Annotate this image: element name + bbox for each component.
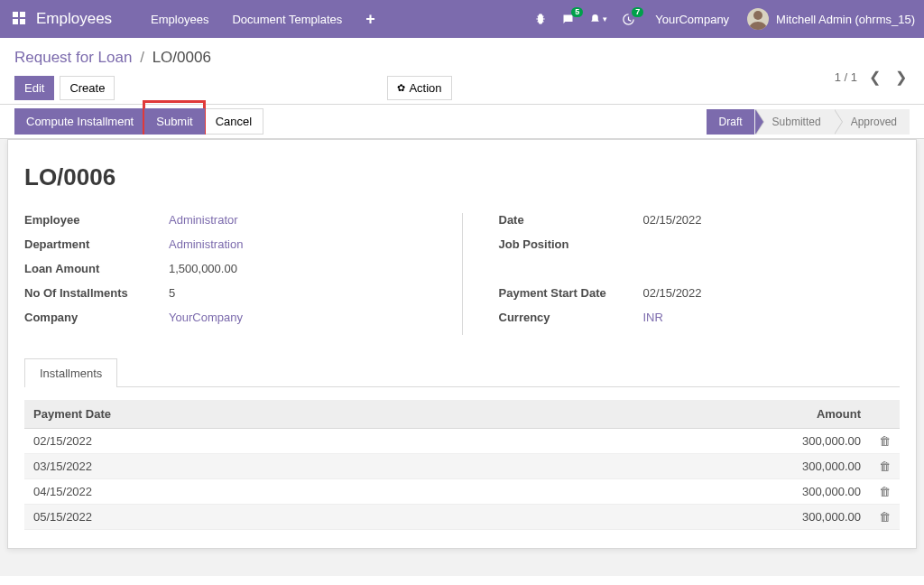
table-row[interactable]: 02/15/2022300,000.00🗑: [24, 429, 900, 454]
messages-icon[interactable]: 5: [561, 13, 575, 26]
user-name: Mitchell Admin (ohrms_15): [776, 13, 915, 26]
record-title: LO/0006: [24, 163, 900, 191]
field-col-right: Date02/15/2022Job Position Payment Start…: [499, 213, 901, 335]
nav-link-document-templates[interactable]: Document Templates: [232, 13, 342, 26]
breadcrumb: Request for Loan / LO/0006: [14, 49, 452, 67]
field-label: Department: [24, 237, 169, 251]
app-name[interactable]: Employees: [36, 10, 112, 28]
trash-icon[interactable]: 🗑: [879, 434, 891, 448]
field-value: 02/15/2022: [643, 286, 702, 300]
field-value: 1,500,000.00: [169, 262, 237, 275]
pager: 1 / 1 ❮ ❯: [835, 69, 910, 86]
field-value[interactable]: Administrator: [169, 213, 238, 227]
cell-payment-date: 04/15/2022: [24, 479, 494, 505]
table-row[interactable]: 03/15/2022300,000.00🗑: [24, 454, 900, 479]
clock-icon[interactable]: 7: [622, 13, 635, 26]
field-value[interactable]: Administration: [169, 237, 243, 251]
trash-icon[interactable]: 🗑: [879, 460, 891, 473]
status-step-approved[interactable]: Approved: [833, 109, 910, 135]
status-bar: Draft Submitted Approved: [707, 109, 910, 135]
submit-button[interactable]: Submit: [144, 108, 204, 135]
status-step-submitted[interactable]: Submitted: [754, 109, 834, 135]
edit-button[interactable]: Edit: [14, 76, 54, 100]
installments-table: Payment Date Amount 02/15/2022300,000.00…: [24, 400, 900, 530]
cell-amount: 300,000.00: [494, 454, 870, 479]
field-label: Job Position: [499, 237, 643, 251]
control-bar: Request for Loan / LO/0006 Edit Create ✿…: [0, 38, 924, 100]
field-value[interactable]: YourCompany: [169, 311, 243, 324]
company-name[interactable]: YourCompany: [655, 13, 729, 26]
create-button[interactable]: Create: [60, 76, 115, 100]
field-label: Currency: [499, 311, 643, 324]
breadcrumb-parent[interactable]: Request for Loan: [14, 49, 132, 66]
cell-amount: 300,000.00: [494, 429, 870, 454]
tab-strip: Installments: [24, 358, 900, 387]
cell-amount: 300,000.00: [494, 479, 870, 505]
field-label: Loan Amount: [24, 262, 169, 275]
bug-icon[interactable]: [534, 13, 547, 25]
cell-payment-date: 02/15/2022: [24, 429, 494, 454]
bell-icon[interactable]: ▾: [589, 14, 607, 25]
compute-installment-button[interactable]: Compute Installment: [14, 108, 145, 135]
field-label: No Of Installments: [24, 286, 169, 300]
field-value: 5: [169, 286, 175, 300]
cell-amount: 300,000.00: [494, 505, 870, 530]
field-label: Employee: [24, 213, 169, 227]
action-bar: Compute Installment Submit Cancel Draft …: [0, 104, 924, 139]
avatar: [747, 8, 769, 30]
trash-icon[interactable]: 🗑: [879, 510, 891, 524]
breadcrumb-current: LO/0006: [152, 49, 211, 66]
gear-icon: ✿: [397, 82, 405, 94]
app-switcher-icon[interactable]: [13, 12, 27, 26]
table-row[interactable]: 05/15/2022300,000.00🗑: [24, 505, 900, 530]
clock-badge: 7: [632, 7, 643, 17]
pager-next-icon[interactable]: ❯: [892, 69, 910, 86]
field-label: Company: [24, 311, 169, 324]
svg-point-0: [753, 11, 762, 20]
pager-text: 1 / 1: [835, 70, 857, 84]
tab-installments[interactable]: Installments: [24, 358, 117, 387]
status-step-draft[interactable]: Draft: [707, 109, 755, 135]
field-value[interactable]: INR: [643, 311, 663, 324]
nav-add-icon[interactable]: +: [365, 10, 375, 29]
user-menu[interactable]: Mitchell Admin (ohrms_15): [747, 8, 915, 30]
top-navbar: Employees Employees Document Templates +…: [0, 0, 924, 38]
pager-prev-icon[interactable]: ❮: [866, 69, 883, 86]
table-row[interactable]: 04/15/2022300,000.00🗑: [24, 479, 900, 505]
field-grid: EmployeeAdministratorDepartmentAdministr…: [24, 213, 900, 335]
col-amount[interactable]: Amount: [494, 400, 870, 429]
messages-badge: 5: [571, 7, 583, 17]
field-label: Payment Start Date: [499, 286, 643, 300]
field-label: Date: [499, 213, 643, 227]
field-value: 02/15/2022: [643, 213, 702, 227]
col-payment-date[interactable]: Payment Date: [24, 400, 494, 429]
cell-payment-date: 05/15/2022: [24, 505, 494, 530]
form-sheet: LO/0006 EmployeeAdministratorDepartmentA…: [7, 139, 917, 549]
action-button[interactable]: ✿ Action: [387, 76, 451, 100]
cancel-button[interactable]: Cancel: [204, 108, 263, 135]
cell-payment-date: 03/15/2022: [24, 454, 494, 479]
nav-link-employees[interactable]: Employees: [151, 13, 208, 26]
trash-icon[interactable]: 🗑: [879, 485, 891, 498]
field-col-left: EmployeeAdministratorDepartmentAdministr…: [24, 213, 426, 335]
